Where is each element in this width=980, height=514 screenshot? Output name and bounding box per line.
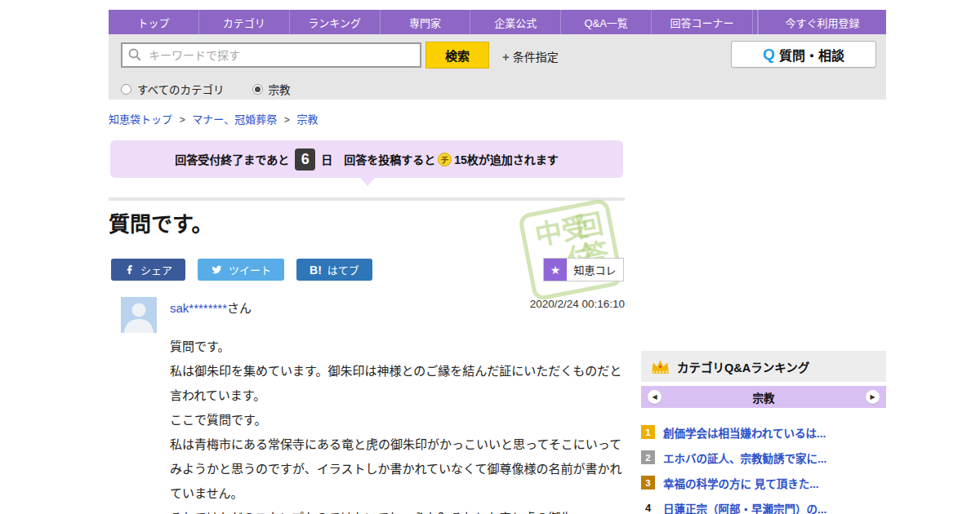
breadcrumb: 知恵袋トップ > マナー、冠婚葬祭 > 宗教 (109, 111, 318, 126)
rank-badge-4: 4 (641, 501, 655, 514)
advanced-search-link[interactable]: +条件指定 (502, 48, 559, 64)
radio-all-categories[interactable]: すべてのカテゴリ (121, 81, 225, 97)
ranking-item-1[interactable]: 1 創価学会は相当嫌われているは... (641, 419, 886, 445)
ask-question-button[interactable]: Q 質問・相談 (731, 41, 876, 68)
ranking-link-4[interactable]: 日蓮正宗（阿部・早瀬宗門）の... (663, 500, 826, 514)
deadline-suffix: 15枚が追加されます (454, 151, 559, 167)
nav-item-ranking[interactable]: ランキング (289, 10, 380, 34)
hatena-icon: B! (310, 264, 322, 277)
nav-item-category[interactable]: カテゴリ (198, 10, 289, 34)
search-section: 検索 +条件指定 Q 質問・相談 すべてのカテゴリ 宗教 (109, 34, 886, 100)
stamp-text-left: 受付中 (531, 212, 598, 295)
share-buttons: シェア ツイート B! はてブ (111, 259, 372, 281)
rank-badge-2: 2 (641, 450, 655, 464)
chie-collection-button[interactable]: ★ 知恵コレ (543, 258, 624, 281)
chiebukuro-question-page: トップ カテゴリ ランキング 専門家 企業公式 Q&A一覧 回答コーナー 今すぐ… (0, 0, 980, 514)
plus-icon: + (502, 50, 510, 64)
search-input-wrap (121, 42, 421, 68)
answer-deadline-banner: 回答受付終了まであと 6 日 回答を投稿すると チ 15枚が追加されます (110, 140, 623, 178)
breadcrumb-separator: > (284, 114, 290, 126)
nav-item-answer-corner[interactable]: 回答コーナー (651, 10, 752, 34)
breadcrumb-manner-link[interactable]: マナー、冠婚葬祭 (192, 113, 277, 126)
ranking-item-2[interactable]: 2 エホバの証人、宗教勧誘で家に... (641, 445, 886, 470)
facebook-share-button[interactable]: シェア (111, 259, 185, 281)
chiecoin-icon: チ (438, 153, 452, 166)
breadcrumb-separator: > (180, 114, 185, 126)
ranking-category-label: 宗教 (753, 389, 775, 405)
twitter-share-label: ツイート (229, 262, 271, 277)
nav-item-official[interactable]: 企業公式 (470, 10, 560, 34)
crown-icon (651, 359, 670, 374)
rank-badge-3: 3 (641, 476, 655, 490)
section-divider (109, 197, 625, 201)
rank-badge-1: 1 (641, 425, 655, 439)
q-logo-icon: Q (763, 46, 775, 64)
top-nav: トップ カテゴリ ランキング 専門家 企業公式 Q&A一覧 回答コーナー 今すぐ… (109, 10, 886, 34)
nav-item-register[interactable]: 今すぐ利用登録 (758, 10, 886, 34)
hatena-share-button[interactable]: B! はてブ (296, 259, 372, 281)
nav-item-top[interactable]: トップ (109, 10, 198, 34)
star-icon: ★ (544, 259, 567, 281)
nav-separator (752, 10, 758, 34)
question-timestamp: 2020/2/24 00:16:10 (109, 298, 625, 310)
nav-item-qa-list[interactable]: Q&A一覧 (560, 10, 651, 34)
chie-collection-label: 知恵コレ (567, 262, 623, 277)
radio-off-icon (121, 84, 131, 95)
days-remaining: 6 (295, 148, 315, 171)
question-body: 質問です。 私は御朱印を集めています。御朱印は神様とのご縁を結んだ証にいただくも… (170, 335, 627, 514)
prev-category-button[interactable]: ◀ (648, 390, 662, 404)
category-radio-group: すべてのカテゴリ 宗教 (121, 81, 291, 97)
next-category-button[interactable]: ▶ (866, 390, 880, 404)
question-title: 質問です。 (109, 207, 212, 237)
radio-on-icon (252, 84, 263, 95)
breadcrumb-home-link[interactable]: 知恵袋トップ (109, 113, 172, 126)
deadline-prefix: 回答受付終了まであと (175, 151, 289, 167)
search-button[interactable]: 検索 (425, 42, 489, 69)
ranking-link-3[interactable]: 幸福の科学の方に 見て頂きた... (663, 475, 819, 491)
ranking-link-1[interactable]: 創価学会は相当嫌われているは... (663, 424, 826, 441)
radio-religion-label: 宗教 (269, 81, 291, 97)
radio-religion[interactable]: 宗教 (252, 81, 291, 97)
nav-item-experts[interactable]: 専門家 (380, 10, 470, 34)
hatena-share-label: はてブ (327, 262, 359, 277)
days-unit: 日 (321, 151, 332, 167)
ask-question-label: 質問・相談 (779, 45, 844, 64)
ranking-title: カテゴリQ&Aランキング (677, 358, 809, 375)
advanced-search-label: 条件指定 (513, 51, 559, 64)
facebook-icon (124, 264, 135, 275)
ranking-header: カテゴリQ&Aランキング (641, 351, 886, 382)
facebook-share-label: シェア (140, 262, 172, 277)
banner-pointer (360, 178, 375, 186)
accepting-answers-stamp: 回答 受付中 (518, 197, 625, 301)
ranking-link-2[interactable]: エホバの証人、宗教勧誘で家に... (663, 450, 826, 466)
search-input[interactable] (121, 42, 421, 68)
ranking-list: 1 創価学会は相当嫌われているは... 2 エホバの証人、宗教勧誘で家に... … (641, 419, 886, 514)
ranking-item-3[interactable]: 3 幸福の科学の方に 見て頂きた... (641, 470, 886, 495)
ranking-category-bar: ◀ 宗教 ▶ (641, 386, 886, 408)
radio-all-categories-label: すべてのカテゴリ (137, 81, 225, 97)
deadline-middle: 回答を投稿すると (344, 151, 435, 167)
ranking-item-4[interactable]: 4 日蓮正宗（阿部・早瀬宗門）の... (641, 495, 886, 514)
breadcrumb-religion-link[interactable]: 宗教 (296, 113, 318, 126)
twitter-icon (211, 264, 223, 275)
twitter-share-button[interactable]: ツイート (198, 259, 284, 281)
